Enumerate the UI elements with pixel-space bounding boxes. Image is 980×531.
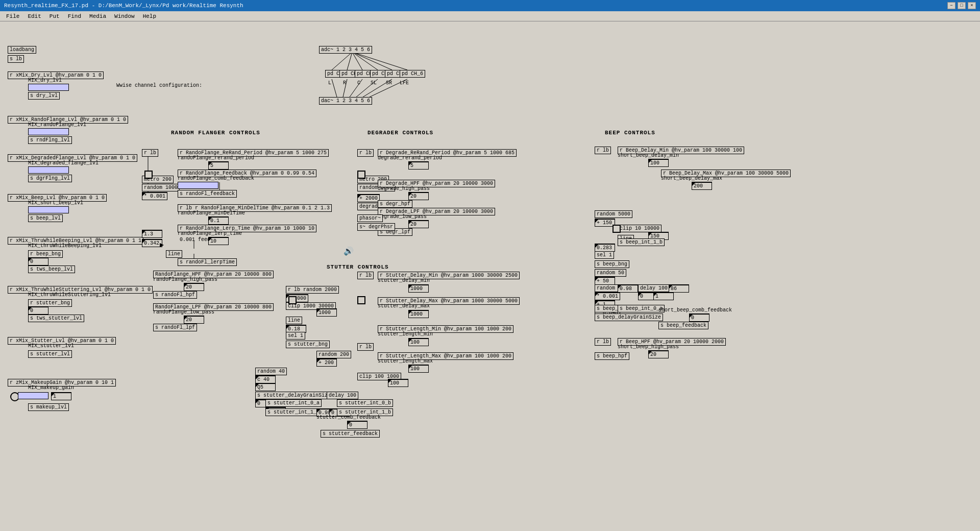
bp-hpf-num[interactable]: 20	[648, 350, 669, 358]
dg-r-lb[interactable]: r lb	[357, 149, 374, 157]
s-beep-bng[interactable]: s beep_bng	[595, 260, 629, 268]
rf-001-num[interactable]: * 0.001	[142, 192, 167, 200]
menu-edit[interactable]: Edit	[23, 12, 45, 20]
s-randofl-lerptime[interactable]: s randoFl_lerpTime	[178, 258, 237, 266]
mix-rando-slider[interactable]	[28, 128, 69, 135]
s-stutter-lvl[interactable]: s stutter_lvl	[28, 350, 72, 358]
rf-lerp-num[interactable]: 10	[208, 237, 229, 245]
s-randofl-feedback[interactable]: s randoFl_feedback	[178, 190, 237, 198]
bp-r-lb2[interactable]: r lb	[595, 338, 611, 346]
bp-098-num[interactable]: 0.98	[618, 284, 638, 293]
minimize-button[interactable]: −	[947, 2, 955, 9]
dg-toggle[interactable]	[357, 171, 365, 179]
menu-find[interactable]: Find	[64, 12, 85, 20]
s-beep-lvl[interactable]: s beep_lvl	[28, 214, 63, 222]
st-delay-max-num[interactable]: 1000	[408, 310, 429, 318]
st-toggle2[interactable]	[357, 296, 365, 304]
st-random200[interactable]: random 200	[316, 351, 351, 358]
bp-delay-min-num[interactable]: 100	[648, 159, 669, 167]
st-delay100[interactable]: delay 100	[327, 392, 358, 399]
rf-hpf-num[interactable]: 20	[184, 283, 204, 291]
dg-2000-num[interactable]: + 2000	[357, 194, 380, 202]
mix-dry-slider[interactable]	[28, 84, 69, 91]
rf-mindel-num[interactable]: 0.1	[208, 216, 229, 225]
menu-put[interactable]: Put	[45, 12, 64, 20]
s-degr-hpf[interactable]: s degr_hpf	[378, 200, 412, 208]
mix-beep-slider[interactable]	[28, 206, 69, 213]
bp-0001-num[interactable]: * 0.001	[595, 292, 620, 300]
s-stutter-int0b[interactable]: s stutter_int_0_b	[337, 399, 393, 407]
rf-toggle[interactable]	[144, 171, 153, 179]
bp-random5000[interactable]: random 5000	[595, 210, 632, 218]
s-randofl-hpf[interactable]: s randoFl_hpf	[153, 291, 197, 299]
s-dgr-flng-lvl[interactable]: s dgrFlng_lvl	[28, 175, 72, 182]
rf-line[interactable]: line	[166, 250, 182, 258]
bp-clip10[interactable]: clip 10 10000	[618, 225, 662, 232]
s-randofl-lpf[interactable]: s randoFl_lpf	[153, 324, 197, 331]
bp-comb-fb-num[interactable]: 0	[689, 313, 709, 322]
rf-feedback-slider[interactable]	[178, 182, 218, 189]
bp-86-num[interactable]: 86	[669, 284, 689, 293]
s-stutter-int1a[interactable]: s stutter_int_1_a	[265, 408, 322, 416]
st-delay-min-num[interactable]: 1000	[408, 284, 429, 293]
s-dry-lvl[interactable]: s dry_lvl	[28, 92, 60, 100]
st-sel1[interactable]: sel 1	[286, 332, 305, 340]
st-1000-num[interactable]: 1000	[316, 308, 337, 317]
st-random40[interactable]: random 40	[255, 368, 287, 375]
bp-delay100[interactable]: delay 100	[638, 284, 670, 292]
mix-makeup-num[interactable]: 1	[51, 392, 71, 400]
rf-0342-num[interactable]: 0.342	[142, 239, 162, 247]
dg-phasor[interactable]: phasor~	[357, 214, 383, 222]
st-toggle1[interactable]	[288, 296, 297, 304]
bp-toggle1[interactable]	[612, 225, 621, 233]
menu-window[interactable]: Window	[110, 12, 139, 20]
s-beep-delaygrainsize[interactable]: s beep_delayGrainSize	[595, 313, 663, 321]
close-button[interactable]: ×	[968, 2, 976, 9]
s-beep-feedback[interactable]: s beep_feedback	[658, 322, 708, 329]
s-stutter-feedback[interactable]: s stutter_feedback	[321, 430, 380, 438]
rf-r-lb[interactable]: r lb	[142, 149, 158, 157]
st-length-min-num[interactable]: 100	[408, 338, 429, 346]
bp-r-lb[interactable]: r lb	[595, 147, 611, 154]
dac-box[interactable]: dac~ 1 2 3 4 5 6	[319, 97, 372, 105]
rf-rerand-num[interactable]: 5	[208, 161, 229, 170]
st-comb-fb-num[interactable]: 0	[347, 421, 368, 429]
menu-help[interactable]: Help	[139, 12, 160, 20]
bp-150-num[interactable]: + 150	[595, 219, 615, 227]
bp-50-num[interactable]: + 50	[595, 277, 615, 285]
s-beep-int0a[interactable]: s beep_int_0_a	[618, 305, 665, 312]
dg-s-degrphsr[interactable]: s~ degrPhsr	[357, 223, 395, 231]
st-200-num[interactable]: + 200	[316, 358, 337, 367]
bp-s-beep-int1b[interactable]: s beep_int_1_b	[618, 238, 665, 246]
r-beep-bng[interactable]: r beep_bng	[28, 250, 63, 258]
bp-sel1[interactable]: sel 1	[595, 251, 614, 259]
s-beep-hpf[interactable]: s beep_hpf	[595, 352, 629, 360]
dg-lpf-num[interactable]: 20	[408, 220, 429, 228]
thru-beep-num[interactable]: 0	[28, 257, 48, 266]
s-stutter-bng[interactable]: s stutter_bng	[286, 341, 330, 348]
s-rnd-flng-lvl[interactable]: s rndFlng_lvl	[28, 136, 72, 144]
menu-file[interactable]: File	[2, 12, 23, 20]
bp-delay-max-num[interactable]: 200	[692, 182, 712, 190]
bp-1-2-num[interactable]: 1	[653, 292, 674, 300]
rf-random[interactable]: random 1000	[142, 184, 180, 191]
mix-degraded-slider[interactable]	[28, 166, 69, 174]
menu-media[interactable]: Media	[85, 12, 110, 20]
bp-random50[interactable]: random 50	[595, 269, 626, 277]
s-stutter-delaygrainsize[interactable]: s stutter_delayGrainSize	[255, 392, 333, 399]
dg-hpf-num[interactable]: 20	[408, 192, 429, 200]
st-r-lb[interactable]: r lb	[357, 272, 374, 279]
st-100-num[interactable]: 100	[388, 379, 408, 387]
pd-canvas[interactable]: adc~ 1 2 3 4 5 6 pd CH_1 pd CH_2 pd CH_3…	[0, 21, 980, 531]
maximize-button[interactable]: □	[958, 2, 966, 9]
s-lb-left[interactable]: s lb	[8, 55, 24, 63]
st-c40-num[interactable]: c 40	[255, 375, 276, 383]
pd-ch6[interactable]: pd CH_6	[400, 70, 425, 78]
s-tws-stutter-lvl[interactable]: s tws_stutter_lvl	[28, 315, 84, 322]
r-stutter-bng[interactable]: r stutter_bng	[28, 299, 72, 307]
mix-makeup-slider[interactable]	[18, 392, 48, 399]
rf-13-num[interactable]: 1.3	[142, 230, 162, 238]
st-length-max-num[interactable]: 100	[408, 365, 429, 373]
st-q5-num[interactable]: Q5	[255, 383, 276, 391]
adc-box[interactable]: adc~ 1 2 3 4 5 6	[319, 46, 372, 54]
